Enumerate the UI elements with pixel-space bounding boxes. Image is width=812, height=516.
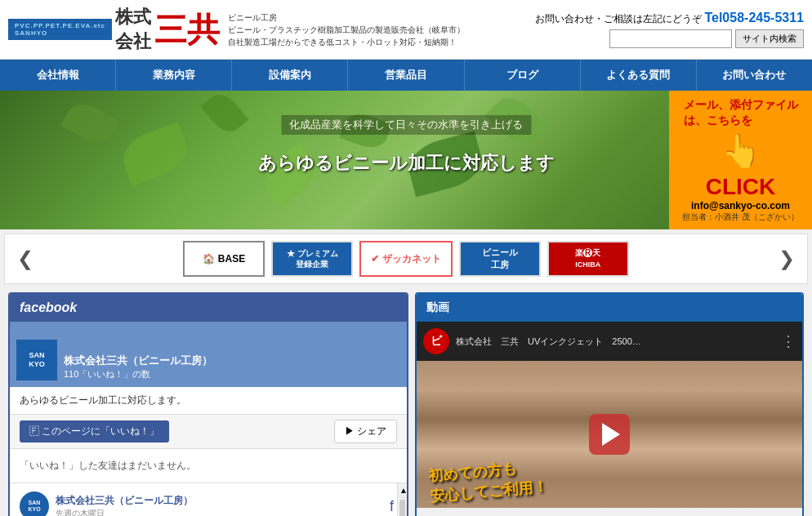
video-content: ビ 株式会社 三共 UVインクジェット 2500… ⋮ 初めての方も安心してご利… bbox=[417, 322, 802, 508]
facebook-header: facebook bbox=[10, 294, 407, 322]
facebook-section: facebook SANKYO 株式会社三共（ビニール工房） 110「いいね！」… bbox=[8, 292, 408, 516]
facebook-scrollbar[interactable]: ▲ ▼ bbox=[397, 483, 407, 516]
banner-cta-line2: は、こちらを bbox=[684, 113, 752, 127]
contact-label: お問い合わせ・ご相談は左記にどうぞ bbox=[535, 13, 702, 24]
partners-bar: ❮ 🏠 BASE ★ プレミアム登録企業 ✔ ザッカネット ビニール工房 楽R天… bbox=[4, 234, 808, 284]
search-button[interactable]: サイト内検索 bbox=[735, 29, 804, 48]
company-info-line1: ビニール工房 bbox=[228, 11, 465, 24]
nav-item-business[interactable]: 業務内容 bbox=[116, 60, 232, 91]
partner-base[interactable]: 🏠 BASE bbox=[183, 241, 265, 277]
nav-item-company[interactable]: 会社情報 bbox=[0, 60, 116, 91]
partner-base-label: 🏠 BASE bbox=[203, 253, 245, 265]
header-right: お問い合わせ・ご相談は左記にどうぞ Tel058-245-5311 サイト内検索 bbox=[535, 11, 804, 48]
facebook-page-info: 株式会社三共（ビニール工房） 110「いいね！」の数 bbox=[64, 354, 212, 380]
banner-cta-line1: メール、添付ファイル bbox=[684, 98, 798, 111]
banner-cta-contact-info: 担当者：小酒井 茂（こざかい） bbox=[682, 211, 799, 223]
banner-cta-email: info@sankyo-co.com bbox=[691, 200, 790, 211]
search-input[interactable] bbox=[609, 29, 732, 48]
partners-prev-arrow[interactable]: ❮ bbox=[13, 243, 38, 274]
facebook-post-avatar: SANKYO bbox=[20, 492, 49, 516]
logo-area: PVC.PP.PET.PE.EVA.etc SANHYO 株式会社 三共 bbox=[8, 5, 220, 54]
company-san: 三共 bbox=[154, 7, 220, 52]
partner-rakuten-label: 楽R天ICHIBA bbox=[575, 247, 600, 270]
logo-box: PVC.PP.PET.PE.EVA.etc SANHYO bbox=[8, 19, 112, 40]
video-section: 動画 ビ 株式会社 三共 UVインクジェット 2500… ⋮ 初めての方も安心し… bbox=[415, 292, 804, 516]
facebook-no-friends: 「いいね！」した友達はまだいません。 bbox=[10, 449, 407, 483]
banner-main-text: あらゆるビニール加工に対応します bbox=[258, 151, 555, 176]
banner-cta-click-label: CLICK bbox=[706, 174, 776, 200]
banner-area: 化成品産業を科学して日々その水準を引き上げる あらゆるビニール加工に対応します … bbox=[0, 91, 812, 229]
nav-item-products[interactable]: 営業品目 bbox=[348, 60, 464, 91]
video-title: 株式会社 三共 UVインクジェット 2500… bbox=[456, 336, 774, 348]
tel-number: Tel058-245-5311 bbox=[704, 11, 804, 24]
nav-item-blog[interactable]: ブログ bbox=[465, 60, 581, 91]
search-area: サイト内検索 bbox=[609, 29, 804, 48]
facebook-post-time: 先週の木曜日 bbox=[56, 508, 383, 517]
banner-cta-text: メール、添付ファイル は、こちらを bbox=[684, 97, 798, 127]
video-channel-icon: ビ bbox=[423, 328, 449, 354]
scroll-thumb[interactable] bbox=[399, 500, 405, 516]
main-nav: 会社情報 業務内容 設備案内 営業品目 ブログ よくある質問 お問い合わせ bbox=[0, 60, 812, 91]
facebook-share-button[interactable]: ▶ シェア bbox=[334, 420, 397, 443]
facebook-likes-count: 110「いいね！」の数 bbox=[64, 368, 212, 380]
company-info: ビニール工房 ビニール・プラスチック樹脂加工製品の製造販売会社（岐阜市） 自社製… bbox=[228, 11, 465, 48]
banner-text-overlay: 化成品産業を科学して日々その水準を引き上げる あらゆるビニール加工に対応します bbox=[203, 115, 609, 176]
facebook-like-button[interactable]: 🇫 このページに「いいね！」 bbox=[20, 420, 169, 443]
facebook-post-header: SANKYO 株式会社三共（ビニール工房） 先週の木曜日 f bbox=[20, 492, 394, 516]
partner-zac[interactable]: ✔ ザッカネット bbox=[359, 241, 452, 277]
banner-tagline: 化成品産業を科学して日々その水準を引き上げる bbox=[281, 115, 531, 135]
video-overlay bbox=[417, 361, 802, 508]
facebook-post-name[interactable]: 株式会社三共（ビニール工房） bbox=[56, 494, 383, 508]
partner-zac-label: ✔ ザッカネット bbox=[371, 252, 440, 266]
logo-sub: PVC.PP.PET.PE.EVA.etc bbox=[15, 22, 105, 29]
company-info-line2: ビニール・プラスチック樹脂加工製品の製造販売会社（岐阜市） bbox=[228, 24, 465, 36]
partner-rakuten[interactable]: 楽R天ICHIBA bbox=[547, 241, 629, 277]
facebook-content: SANKYO 株式会社三共（ビニール工房） 110「いいね！」の数 あらゆるビニ… bbox=[10, 322, 407, 516]
video-header: 動画 bbox=[417, 294, 802, 322]
partner-premium-label: ★ プレミアム登録企業 bbox=[287, 248, 338, 269]
partner-vinyl-label: ビニール工房 bbox=[482, 247, 518, 272]
nav-item-contact[interactable]: お問い合わせ bbox=[697, 60, 812, 91]
video-menu-icon[interactable]: ⋮ bbox=[781, 332, 796, 350]
company-label: 株式会社 bbox=[115, 5, 151, 54]
contact-line: お問い合わせ・ご相談は左記にどうぞ Tel058-245-5311 bbox=[535, 11, 804, 26]
facebook-page-logo: SANKYO bbox=[16, 340, 57, 380]
nav-item-equipment[interactable]: 設備案内 bbox=[232, 60, 348, 91]
facebook-description: あらゆるビニール加工に対応します。 bbox=[10, 387, 407, 415]
company-kanji: 株式会社 三共 bbox=[115, 5, 220, 54]
facebook-page-name: 株式会社三共（ビニール工房） bbox=[64, 354, 212, 368]
play-button[interactable] bbox=[589, 414, 630, 455]
partners-next-arrow[interactable]: ❯ bbox=[774, 243, 799, 274]
partner-vinyl[interactable]: ビニール工房 bbox=[459, 241, 541, 277]
company-info-line3: 自社製造工場だからできる低コスト・小ロット対応・短納期！ bbox=[228, 36, 465, 48]
main-content: facebook SANKYO 株式会社三共（ビニール工房） 110「いいね！」… bbox=[4, 288, 808, 516]
banner-cta[interactable]: メール、添付ファイル は、こちらを 👆 CLICK info@sankyo-co… bbox=[669, 91, 812, 229]
banner-cta-hand-icon: 👆 bbox=[721, 131, 761, 170]
facebook-scroll-area: SANKYO 株式会社三共（ビニール工房） 先週の木曜日 f https://i… bbox=[10, 483, 407, 516]
logo-text: SANHYO bbox=[15, 29, 105, 37]
partner-premium[interactable]: ★ プレミアム登録企業 bbox=[271, 241, 353, 277]
facebook-page-header: SANKYO 株式会社三共（ビニール工房） 110「いいね！」の数 bbox=[10, 322, 407, 387]
facebook-actions: 🇫 このページに「いいね！」 ▶ シェア bbox=[10, 415, 407, 449]
facebook-icon: f bbox=[390, 498, 394, 515]
partner-logos: 🏠 BASE ★ プレミアム登録企業 ✔ ザッカネット ビニール工房 楽R天IC… bbox=[38, 241, 774, 277]
page-header: PVC.PP.PET.PE.EVA.etc SANHYO 株式会社 三共 ビニー… bbox=[0, 0, 812, 60]
scroll-up-button[interactable]: ▲ bbox=[398, 483, 407, 498]
video-top-bar: ビ 株式会社 三共 UVインクジェット 2500… ⋮ bbox=[417, 322, 802, 361]
video-thumbnail[interactable]: 初めての方も安心してご利用！ bbox=[417, 361, 802, 508]
nav-item-faq[interactable]: よくある質問 bbox=[581, 60, 697, 91]
facebook-post: SANKYO 株式会社三共（ビニール工房） 先週の木曜日 f https://i… bbox=[10, 483, 407, 516]
facebook-post-meta: 株式会社三共（ビニール工房） 先週の木曜日 bbox=[56, 494, 383, 517]
play-icon bbox=[602, 423, 620, 446]
